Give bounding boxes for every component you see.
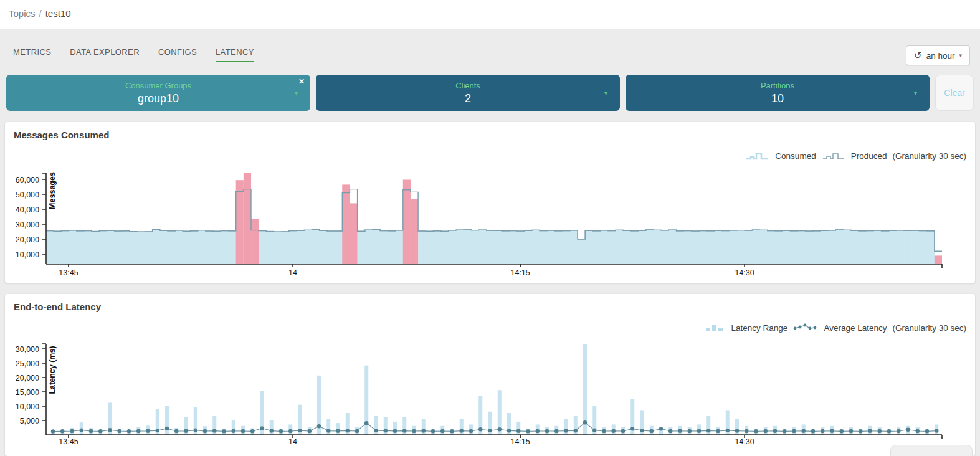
svg-text:10,000: 10,000 — [16, 250, 39, 259]
consumer-groups-dropdown[interactable]: ✕ Consumer Groups group10 ▾ — [6, 75, 310, 111]
time-range-selector[interactable]: ↺ an hour ▾ — [906, 45, 970, 65]
clear-filters-button[interactable]: Clear — [935, 75, 974, 111]
tab-configs[interactable]: CONFIGS — [158, 47, 197, 62]
messages-consumed-card: Messages Consumed Consumed Produced (Gra… — [5, 122, 975, 283]
consumed-legend-icon — [745, 151, 769, 161]
produced-legend-icon — [822, 151, 845, 161]
svg-text:Latency (ms): Latency (ms) — [48, 346, 57, 394]
legend-average-latency-label: Average Latency — [824, 323, 887, 333]
svg-text:14: 14 — [288, 268, 297, 277]
svg-text:13:45: 13:45 — [59, 437, 78, 446]
svg-text:30,000: 30,000 — [16, 221, 39, 229]
svg-text:14:15: 14:15 — [510, 437, 530, 446]
breadcrumb-topics-link[interactable]: Topics — [9, 8, 36, 19]
filter-bar: ✕ Consumer Groups group10 ▾ Clients 2 ▾ … — [6, 75, 974, 111]
svg-text:20,000: 20,000 — [16, 235, 39, 244]
refresh-history-icon: ↺ — [914, 50, 922, 61]
tab-data-explorer[interactable]: DATA EXPLORER — [70, 47, 140, 62]
granularity-note: (Granularity 30 sec) — [892, 151, 966, 161]
tab-latency[interactable]: LATENCY — [216, 47, 254, 62]
close-icon[interactable]: ✕ — [298, 77, 305, 86]
svg-text:30,000: 30,000 — [16, 345, 39, 354]
svg-text:50,000: 50,000 — [16, 191, 39, 199]
messages-consumed-legend: Consumed Produced (Granularity 30 sec) — [745, 151, 966, 161]
svg-text:15,000: 15,000 — [16, 388, 39, 397]
partitions-value: 10 — [771, 92, 784, 105]
end-to-end-latency-title: End-to-end Latency — [14, 302, 101, 312]
chevron-down-icon: ▾ — [914, 90, 917, 97]
end-to-end-latency-chart: 5,00010,00015,00020,00025,00030,00013:45… — [5, 334, 975, 456]
consumer-groups-label: Consumer Groups — [125, 81, 191, 90]
svg-text:60,000: 60,000 — [16, 176, 39, 184]
chevron-down-icon: ▾ — [295, 90, 298, 97]
messages-consumed-chart: 10,00020,00030,00040,00050,00060,00013:4… — [5, 161, 975, 280]
svg-text:14:30: 14:30 — [735, 268, 754, 277]
svg-text:40,000: 40,000 — [16, 206, 39, 214]
svg-text:Messages: Messages — [48, 172, 57, 209]
tab-metrics[interactable]: METRICS — [13, 47, 51, 62]
legend-produced-label: Produced — [851, 151, 887, 161]
clients-dropdown[interactable]: Clients 2 ▾ — [316, 75, 620, 111]
partitions-label: Partitions — [761, 81, 794, 90]
top-bar: Topics/test10 — [0, 0, 980, 29]
clients-label: Clients — [455, 81, 480, 90]
latency-legend: Latency Range Average Latency (Granulari… — [705, 323, 966, 333]
end-to-end-latency-card: End-to-end Latency Latency Range Average… — [5, 294, 975, 456]
chevron-down-icon: ▾ — [959, 52, 962, 59]
svg-text:5,000: 5,000 — [20, 417, 39, 425]
messages-consumed-title: Messages Consumed — [14, 130, 109, 140]
partitions-dropdown[interactable]: Partitions 10 ▾ — [626, 75, 930, 111]
svg-text:13:45: 13:45 — [59, 268, 78, 277]
svg-text:14:15: 14:15 — [510, 268, 530, 277]
svg-text:14: 14 — [288, 437, 297, 446]
breadcrumb-separator: / — [39, 8, 42, 19]
time-range-label: an hour — [926, 51, 955, 60]
svg-text:25,000: 25,000 — [16, 359, 39, 368]
breadcrumb-current-topic: test10 — [45, 8, 71, 19]
svg-text:10,000: 10,000 — [16, 402, 39, 411]
granularity-note: (Granularity 30 sec) — [892, 323, 966, 333]
chevron-down-icon: ▾ — [604, 90, 607, 97]
legend-consumed-label: Consumed — [775, 151, 816, 161]
average-latency-legend-icon — [793, 323, 818, 333]
consumer-groups-value: group10 — [138, 92, 179, 105]
cutoff-overlay-chip — [890, 445, 973, 456]
svg-text:20,000: 20,000 — [16, 374, 39, 382]
latency-range-legend-icon — [705, 323, 726, 333]
breadcrumb: Topics/test10 — [0, 0, 980, 19]
clients-value: 2 — [465, 92, 471, 105]
tab-bar: METRICS DATA EXPLORER CONFIGS LATENCY — [13, 47, 254, 62]
svg-text:14:30: 14:30 — [735, 437, 754, 446]
legend-latency-range-label: Latency Range — [731, 323, 788, 333]
